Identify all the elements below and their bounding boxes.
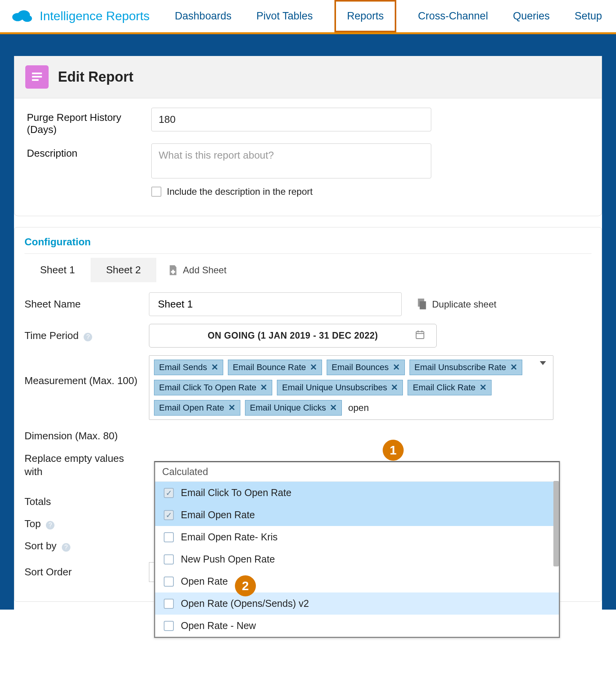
blue-band: [0, 34, 616, 56]
nav-dashboards[interactable]: Dashboards: [172, 0, 235, 32]
dropdown-item-email-click-to-open-rate[interactable]: Email Click To Open Rate: [155, 482, 559, 504]
nav-pivot-tables[interactable]: Pivot Tables: [253, 0, 316, 32]
time-period-value: ON GOING (1 JAN 2019 - 31 DEC 2022): [208, 330, 378, 341]
add-sheet-label: Add Sheet: [183, 265, 226, 276]
sheet-name-label: Sheet Name: [24, 298, 141, 310]
chip-label: Email Open Rate: [159, 403, 224, 413]
chip-remove-icon[interactable]: ✕: [510, 362, 517, 372]
dropdown-item-label: Email Click To Open Rate: [181, 487, 291, 498]
chip-remove-icon[interactable]: ✕: [330, 403, 337, 413]
measurement-label: Measurement (Max. 100): [24, 355, 141, 387]
nav-queries[interactable]: Queries: [510, 0, 553, 32]
chip-label: Email Unique Unsubscribes: [282, 383, 387, 393]
chip-email-unsubscribe-rate[interactable]: Email Unsubscribe Rate ✕: [410, 360, 522, 375]
chip-remove-icon[interactable]: ✕: [393, 362, 400, 372]
tab-sheet-2[interactable]: Sheet 2: [91, 258, 157, 282]
chip-remove-icon[interactable]: ✕: [260, 383, 267, 393]
svg-rect-3: [32, 73, 42, 74]
configuration-title: Configuration: [24, 236, 592, 254]
measurement-dropdown: Calculated Email Click To Open RateEmail…: [154, 461, 560, 638]
svg-rect-10: [416, 332, 424, 339]
dropdown-item-open-rate[interactable]: Open Rate: [155, 570, 559, 592]
purge-input[interactable]: [151, 108, 431, 131]
tab-sheet-1[interactable]: Sheet 1: [24, 258, 91, 282]
dropdown-item-new-push-open-rate[interactable]: New Push Open Rate: [155, 548, 559, 570]
callout-2: 2: [235, 575, 256, 596]
svg-rect-4: [32, 76, 42, 77]
svg-rect-13: [422, 330, 422, 332]
chip-email-click-rate[interactable]: Email Click Rate ✕: [408, 380, 491, 395]
chip-label: Email Bounces: [332, 362, 389, 372]
chip-label: Email Sends: [159, 362, 207, 372]
chip-remove-icon[interactable]: ✕: [480, 383, 486, 393]
measurement-search-text[interactable]: open: [346, 400, 370, 416]
checkbox[interactable]: [164, 599, 174, 609]
time-period-button[interactable]: ON GOING (1 JAN 2019 - 31 DEC 2022): [149, 324, 437, 348]
help-icon[interactable]: ?: [62, 543, 70, 552]
chip-label: Email Unique Clicks: [250, 403, 326, 413]
help-icon[interactable]: ?: [84, 333, 92, 341]
nav-reports[interactable]: Reports: [334, 0, 396, 32]
report-icon: [25, 65, 49, 89]
chip-label: Email Click To Open Rate: [159, 383, 256, 393]
chevron-down-icon[interactable]: [540, 361, 546, 365]
svg-rect-12: [418, 330, 418, 332]
page-header: Edit Report: [14, 56, 602, 98]
add-sheet-button[interactable]: Add Sheet: [168, 264, 226, 276]
chip-email-click-to-open-rate[interactable]: Email Click To Open Rate ✕: [154, 380, 272, 395]
top-nav: Intelligence Reports Dashboards Pivot Ta…: [0, 0, 616, 34]
chip-email-bounces[interactable]: Email Bounces ✕: [327, 360, 405, 375]
checkbox[interactable]: [164, 621, 174, 631]
svg-rect-9: [420, 301, 426, 309]
chip-email-open-rate[interactable]: Email Open Rate ✕: [154, 400, 240, 416]
callout-1: 1: [383, 440, 404, 461]
dropdown-item-open-rate-new[interactable]: Open Rate - New: [155, 615, 559, 637]
checkbox[interactable]: [164, 510, 174, 520]
replace-empty-label: Replace empty values with: [24, 452, 141, 479]
sheet-tabs: Sheet 1 Sheet 2 Add Sheet: [24, 258, 592, 282]
scrollbar-thumb[interactable]: [553, 481, 559, 566]
purge-label: Purge Report History (Days): [27, 108, 144, 136]
nav-items: Dashboards Pivot Tables Reports Cross-Ch…: [172, 0, 605, 32]
brand-title: Intelligence Reports: [40, 9, 150, 23]
duplicate-sheet-button[interactable]: Duplicate sheet: [416, 299, 496, 310]
form-card: Purge Report History (Days) Description …: [14, 98, 602, 216]
chip-remove-icon[interactable]: ✕: [228, 403, 235, 413]
checkbox[interactable]: [164, 554, 174, 564]
chip-email-sends[interactable]: Email Sends ✕: [154, 360, 223, 375]
dimension-label: Dimension (Max. 80): [24, 430, 592, 442]
chip-remove-icon[interactable]: ✕: [391, 383, 398, 393]
nav-setup[interactable]: Setup: [571, 0, 605, 32]
svg-rect-5: [32, 79, 38, 81]
help-icon[interactable]: ?: [46, 521, 54, 529]
dropdown-item-label: Open Rate: [181, 576, 228, 587]
chip-email-bounce-rate[interactable]: Email Bounce Rate ✕: [228, 360, 322, 375]
sheet-name-input[interactable]: [149, 292, 402, 316]
description-textarea[interactable]: What is this report about?: [151, 143, 431, 178]
description-label: Description: [27, 143, 144, 159]
page-title: Edit Report: [58, 69, 133, 85]
chip-remove-icon[interactable]: ✕: [211, 362, 218, 372]
dropdown-item-label: Email Open Rate- Kris: [181, 531, 278, 543]
chip-email-unique-unsubscribes[interactable]: Email Unique Unsubscribes ✕: [277, 380, 403, 395]
chip-remove-icon[interactable]: ✕: [310, 362, 317, 372]
dropdown-group-calculated: Calculated: [155, 462, 559, 482]
dropdown-item-email-open-rate-kris[interactable]: Email Open Rate- Kris: [155, 526, 559, 548]
checkbox[interactable]: [164, 532, 174, 542]
salesforce-cloud-icon: [11, 9, 33, 24]
dropdown-item-open-rate-opens-sends-v2[interactable]: Open Rate (Opens/Sends) v2: [155, 592, 559, 615]
checkbox[interactable]: [164, 577, 174, 587]
dropdown-item-label: Email Open Rate: [181, 509, 255, 521]
dropdown-item-label: Open Rate (Opens/Sends) v2: [181, 598, 309, 609]
calendar-icon: [415, 330, 425, 342]
nav-cross-channel[interactable]: Cross-Channel: [415, 0, 491, 32]
duplicate-sheet-label: Duplicate sheet: [432, 299, 496, 310]
dropdown-item-email-open-rate[interactable]: Email Open Rate: [155, 504, 559, 526]
chip-label: Email Unsubscribe Rate: [415, 362, 506, 372]
chip-email-unique-clicks[interactable]: Email Unique Clicks ✕: [245, 400, 342, 416]
checkbox[interactable]: [164, 488, 174, 498]
time-period-label: Time Period ?: [24, 330, 141, 342]
measurement-multiselect[interactable]: Email Sends ✕Email Bounce Rate ✕Email Bo…: [149, 355, 553, 420]
include-description-checkbox[interactable]: [151, 187, 161, 197]
dropdown-item-label: New Push Open Rate: [181, 554, 275, 565]
